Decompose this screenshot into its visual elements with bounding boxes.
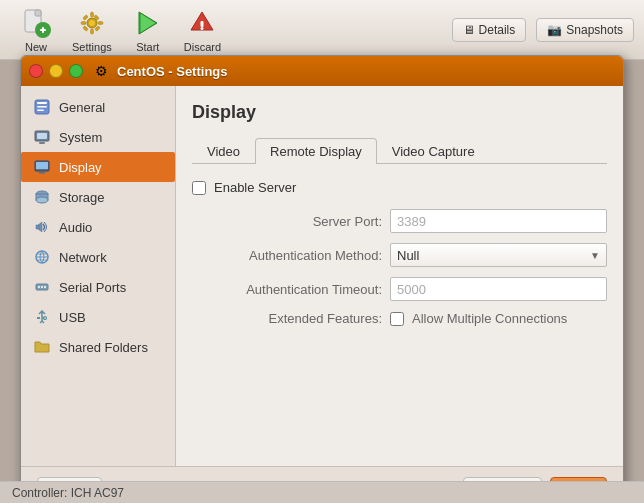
settings-label: Settings [72, 41, 112, 53]
svg-rect-25 [37, 133, 47, 139]
new-button[interactable]: New [10, 2, 62, 58]
discard-button[interactable]: Discard [174, 2, 231, 58]
maximize-button[interactable] [69, 64, 83, 78]
tab-video-capture[interactable]: Video Capture [377, 138, 490, 164]
sidebar-label-network: Network [59, 250, 107, 265]
snapshots-button[interactable]: 📷 Snapshots [536, 18, 634, 42]
tab-remote-display[interactable]: Remote Display [255, 138, 377, 164]
sidebar-item-network[interactable]: Network [21, 242, 175, 272]
tab-video[interactable]: Video [192, 138, 255, 164]
svg-point-39 [38, 286, 40, 288]
display-icon [33, 158, 51, 176]
toolbar-right: 🖥 Details 📷 Snapshots [452, 18, 634, 42]
statusbar-text: Controller: ICH AC97 [12, 486, 124, 500]
auth-method-select[interactable]: Null ▼ [390, 243, 607, 267]
allow-multiple-label: Allow Multiple Connections [412, 311, 567, 326]
sidebar-label-serial-ports: Serial Ports [59, 280, 126, 295]
server-port-row: Server Port: [192, 209, 607, 233]
sidebar-item-general[interactable]: General [21, 92, 175, 122]
svg-rect-28 [36, 162, 48, 169]
enable-server-label: Enable Server [214, 180, 296, 195]
auth-method-value: Null [397, 248, 419, 263]
sidebar-label-system: System [59, 130, 102, 145]
minimize-button[interactable] [49, 64, 63, 78]
auth-timeout-label: Authentication Timeout: [192, 282, 382, 297]
extended-features-row: Extended Features: Allow Multiple Connec… [192, 311, 607, 326]
svg-rect-22 [37, 106, 47, 108]
sidebar-item-storage[interactable]: Storage [21, 182, 175, 212]
start-button[interactable]: Start [122, 2, 174, 58]
snapshots-label: Snapshots [566, 23, 623, 37]
auth-method-label: Authentication Method: [192, 248, 382, 263]
svg-point-40 [41, 286, 43, 288]
svg-rect-11 [83, 14, 89, 20]
server-port-input[interactable] [390, 209, 607, 233]
section-title: Display [192, 102, 607, 123]
auth-timeout-input[interactable] [390, 277, 607, 301]
server-port-label: Server Port: [192, 214, 382, 229]
svg-rect-18 [201, 21, 204, 27]
enable-server-row: Enable Server [192, 180, 607, 195]
sidebar-label-general: General [59, 100, 105, 115]
svg-point-6 [89, 20, 95, 26]
audio-icon [33, 218, 51, 236]
sidebar-item-serial-ports[interactable]: Serial Ports [21, 272, 175, 302]
svg-point-41 [44, 286, 46, 288]
start-icon [132, 7, 164, 39]
system-icon [33, 128, 51, 146]
new-icon [20, 7, 52, 39]
svg-rect-1 [35, 10, 41, 16]
shared-folders-icon [33, 338, 51, 356]
svg-line-46 [40, 321, 42, 323]
sidebar-label-display: Display [59, 160, 102, 175]
sidebar-label-storage: Storage [59, 190, 105, 205]
details-label: Details [479, 23, 516, 37]
extended-features-label: Extended Features: [192, 311, 382, 326]
sidebar-item-usb[interactable]: USB [21, 302, 175, 332]
svg-rect-7 [90, 12, 93, 17]
network-icon [33, 248, 51, 266]
details-button[interactable]: 🖥 Details [452, 18, 527, 42]
enable-server-checkbox[interactable] [192, 181, 206, 195]
sidebar: General System Display Storage [21, 86, 176, 466]
discard-icon [186, 7, 218, 39]
svg-rect-21 [37, 102, 47, 104]
form-section: Enable Server Server Port: Authenticatio… [192, 180, 607, 326]
main-content: Display Video Remote Display Video Captu… [176, 86, 623, 466]
statusbar: Controller: ICH AC97 [0, 481, 644, 503]
svg-marker-16 [141, 14, 155, 32]
svg-rect-26 [39, 142, 45, 144]
svg-point-19 [201, 27, 204, 30]
sidebar-label-audio: Audio [59, 220, 92, 235]
sidebar-label-usb: USB [59, 310, 86, 325]
sidebar-item-system[interactable]: System [21, 122, 175, 152]
auth-method-arrow: ▼ [590, 250, 600, 261]
details-icon: 🖥 [463, 23, 475, 37]
dialog-title: CentOS - Settings [117, 64, 228, 79]
close-button[interactable] [29, 64, 43, 78]
svg-rect-33 [36, 225, 39, 229]
svg-rect-8 [90, 29, 93, 34]
svg-rect-4 [42, 27, 44, 33]
svg-rect-10 [98, 21, 103, 24]
sidebar-item-shared-folders[interactable]: Shared Folders [21, 332, 175, 362]
svg-rect-14 [83, 25, 89, 31]
svg-rect-23 [37, 110, 44, 112]
settings-button[interactable]: Settings [62, 2, 122, 58]
sidebar-item-audio[interactable]: Audio [21, 212, 175, 242]
discard-label: Discard [184, 41, 221, 53]
snapshots-icon: 📷 [547, 23, 562, 37]
storage-icon [33, 188, 51, 206]
serial-ports-icon [33, 278, 51, 296]
sidebar-item-display[interactable]: Display [21, 152, 175, 182]
settings-dialog: ⚙ CentOS - Settings General System [20, 55, 624, 503]
new-label: New [25, 41, 47, 53]
auth-timeout-row: Authentication Timeout: [192, 277, 607, 301]
dialog-body: General System Display Storage [21, 86, 623, 466]
usb-icon [33, 308, 51, 326]
settings-icon [76, 7, 108, 39]
allow-multiple-checkbox[interactable] [390, 312, 404, 326]
svg-rect-9 [81, 21, 86, 24]
dialog-titlebar: ⚙ CentOS - Settings [21, 56, 623, 86]
toolbar: New Settings [0, 0, 644, 60]
